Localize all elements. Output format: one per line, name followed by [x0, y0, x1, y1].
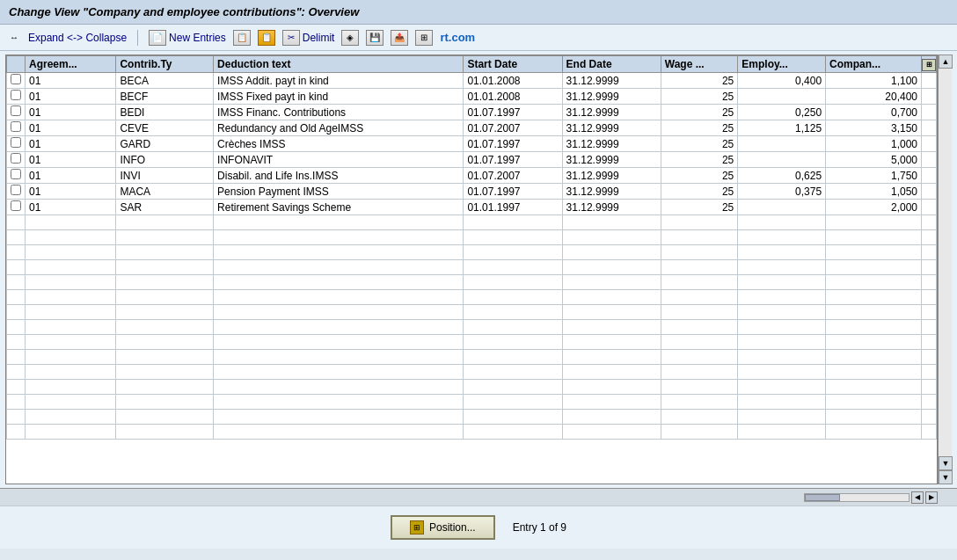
table-row[interactable]: 01GARDCrèches IMSS01.07.199731.12.999925…	[7, 136, 937, 152]
cell-contribTy: BECF	[116, 89, 214, 105]
cell-company: 1,100	[826, 73, 922, 89]
row-checkbox[interactable]	[11, 74, 21, 84]
cell-company: 1,750	[826, 168, 922, 184]
header-col-settings[interactable]: ⊞	[922, 56, 937, 73]
cell-contribTy: GARD	[116, 136, 214, 152]
entry-info: Entry 1 of 9	[513, 521, 566, 534]
row-checkbox[interactable]	[11, 121, 21, 132]
cell-empty	[922, 350, 937, 365]
cell-empty	[562, 410, 661, 425]
table-row[interactable]: 01BECFIMSS Fixed payt in kind01.01.20083…	[7, 89, 937, 105]
cell-empty	[661, 335, 738, 350]
data-table: Agreem... Contrib.Ty Deduction text Star…	[6, 55, 937, 440]
cell-empty	[26, 335, 116, 350]
table-row[interactable]: 01BECAIMSS Addit. payt in kind01.01.2008…	[7, 73, 937, 89]
header-employ: Employ...	[738, 56, 826, 73]
footer-bar: ⊞ Position... Entry 1 of 9	[0, 505, 957, 549]
cell-empty	[464, 245, 562, 260]
cell-empty	[738, 215, 826, 230]
diamond-icon-button[interactable]: ◈	[341, 30, 359, 46]
export-icon-button[interactable]: 📤	[391, 30, 408, 46]
new-entries-button[interactable]: 📄 New Entries	[149, 30, 226, 46]
table-row[interactable]: 01INVIDisabil. and Life Ins.IMSS01.07.20…	[7, 168, 937, 184]
cell-agreem: 01	[26, 152, 116, 168]
cell-agreem: 01	[26, 120, 116, 136]
cell-endDate: 31.12.9999	[562, 105, 661, 120]
scroll-track[interactable]	[939, 69, 952, 456]
horiz-scroll-container: ◀ ▶	[804, 491, 938, 504]
main-content: Agreem... Contrib.Ty Deduction text Star…	[0, 51, 957, 488]
row-checkbox[interactable]	[11, 105, 21, 116]
table-row[interactable]: 01MACAPension Payment IMSS01.07.199731.1…	[7, 184, 937, 200]
cell-contribTy: MACA	[116, 184, 214, 200]
h-scroll-right-button[interactable]: ▶	[925, 491, 938, 504]
table-wrapper: Agreem... Contrib.Ty Deduction text Star…	[5, 55, 952, 484]
cell-empty	[7, 320, 26, 335]
scroll-down-button-1[interactable]: ▼	[939, 456, 953, 470]
cell-empty	[922, 245, 937, 260]
cell-empty	[214, 290, 464, 305]
row-checkbox[interactable]	[11, 169, 21, 179]
cell-empty	[826, 425, 922, 440]
cell-empty	[26, 350, 116, 365]
cell-agreem: 01	[26, 105, 116, 120]
clipboard-icon-button[interactable]: 📋	[258, 30, 275, 46]
cell-empty	[116, 425, 214, 440]
h-scroll-track[interactable]	[804, 493, 910, 502]
table-row[interactable]: 01BEDIIMSS Financ. Contributions01.07.19…	[7, 105, 937, 120]
cell-empty	[26, 425, 116, 440]
delimit-button[interactable]: ✂ Delimit	[282, 30, 335, 46]
cell-empty	[738, 305, 826, 320]
table-row-empty	[7, 230, 937, 245]
scroll-up-button[interactable]: ▲	[939, 55, 953, 69]
position-button[interactable]: ⊞ Position...	[391, 515, 495, 540]
cell-agreem: 01	[26, 89, 116, 105]
cell-empty	[922, 120, 937, 136]
cell-empty	[464, 380, 562, 395]
scroll-down-button-2[interactable]: ▼	[939, 470, 953, 484]
cell-company: 1,050	[826, 184, 922, 200]
row-checkbox[interactable]	[11, 185, 21, 195]
cell-empty	[661, 380, 738, 395]
table-row[interactable]: 01SARRetirement Savings Scheme01.01.1997…	[7, 200, 937, 215]
cell-empty	[116, 410, 214, 425]
cell-company: 5,000	[826, 152, 922, 168]
cell-empty	[214, 245, 464, 260]
cell-empty	[562, 425, 661, 440]
vertical-scrollbar[interactable]: ▲ ▼ ▼	[938, 55, 952, 484]
cell-empty	[26, 245, 116, 260]
table-row-empty	[7, 320, 937, 335]
cell-empty	[116, 260, 214, 275]
h-scroll-left-button[interactable]: ◀	[911, 491, 924, 504]
cell-empty	[922, 184, 937, 200]
cell-employ	[738, 136, 826, 152]
cell-empty	[562, 260, 661, 275]
row-checkbox[interactable]	[11, 153, 21, 164]
copy-icon-button[interactable]: 📋	[233, 30, 251, 46]
cell-empty	[116, 350, 214, 365]
table-row[interactable]: 01INFOINFONAVIT01.07.199731.12.9999255,0…	[7, 152, 937, 168]
cell-wage: 25	[661, 136, 738, 152]
cell-empty	[214, 335, 464, 350]
row-checkbox[interactable]	[11, 137, 21, 148]
cell-empty	[464, 395, 562, 410]
cell-empty	[7, 365, 26, 380]
h-scroll-thumb[interactable]	[805, 494, 840, 501]
grid-icon-button[interactable]: ⊞	[415, 30, 433, 46]
table-row[interactable]: 01CEVERedundancy and Old AgeIMSS01.07.20…	[7, 120, 937, 136]
cell-deductionText: Redundancy and Old AgeIMSS	[214, 120, 464, 136]
cell-empty	[922, 260, 937, 275]
cell-employ: 0,375	[738, 184, 826, 200]
row-checkbox[interactable]	[11, 90, 21, 100]
cell-empty	[661, 290, 738, 305]
col-settings-icon[interactable]: ⊞	[922, 59, 936, 71]
cell-empty	[214, 320, 464, 335]
cell-endDate: 31.12.9999	[562, 152, 661, 168]
expand-collapse-button[interactable]: Expand <-> Collapse	[28, 32, 127, 44]
cell-empty	[922, 105, 937, 120]
cell-wage: 25	[661, 120, 738, 136]
cell-empty	[7, 350, 26, 365]
row-checkbox[interactable]	[11, 200, 21, 211]
cell-startDate: 01.01.1997	[464, 200, 562, 215]
save-icon-button[interactable]: 💾	[366, 30, 384, 46]
